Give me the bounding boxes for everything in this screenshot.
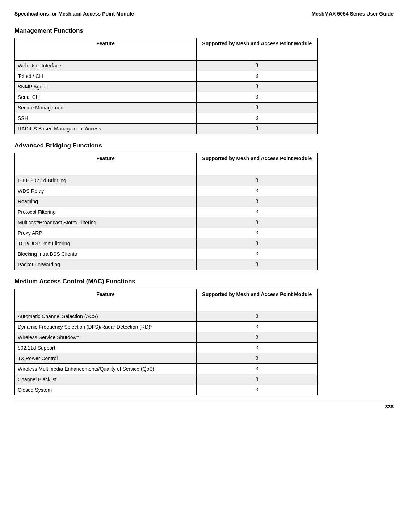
col-support: Supported by Mesh and Access Point Modul… <box>196 38 317 61</box>
table-row: Telnet / CLI3 <box>15 71 318 82</box>
table-row: Proxy ARP3 <box>15 228 318 238</box>
spec-table: FeatureSupported by Mesh and Access Poin… <box>14 38 318 134</box>
table-row: WDS Relay3 <box>15 186 318 196</box>
table-row: TCP/UDP Port Filtering3 <box>15 238 318 249</box>
cell-support: 3 <box>196 103 317 113</box>
cell-feature: RADIUS Based Management Access <box>15 124 197 134</box>
cell-support: 3 <box>196 61 317 71</box>
page-header: Specifications for Mesh and Access Point… <box>14 11 394 17</box>
table-row: TX Power Control3 <box>15 353 318 364</box>
col-feature: Feature <box>15 38 197 61</box>
cell-feature: Packet Forwarding <box>15 259 197 270</box>
spec-table: FeatureSupported by Mesh and Access Poin… <box>14 153 318 270</box>
header-rule <box>14 19 394 19</box>
table-row: Dynamic Frequency Selection (DFS)/Radar … <box>15 322 318 332</box>
cell-support: 3 <box>196 343 317 353</box>
cell-support: 3 <box>196 353 317 364</box>
table-row: Serial CLI3 <box>15 92 318 103</box>
table-row: RADIUS Based Management Access3 <box>15 124 318 134</box>
table-row: Secure Management3 <box>15 103 318 113</box>
header-left: Specifications for Mesh and Access Point… <box>14 11 134 17</box>
table-row: Wireless Multimedia Enhancements/Quality… <box>15 364 318 374</box>
cell-feature: Channel Blacklist <box>15 374 197 385</box>
cell-support: 3 <box>196 228 317 238</box>
cell-support: 3 <box>196 71 317 82</box>
cell-feature: TX Power Control <box>15 353 197 364</box>
cell-support: 3 <box>196 385 317 395</box>
col-support: Supported by Mesh and Access Point Modul… <box>196 153 317 175</box>
table-row: Wireless Service Shutdown3 <box>15 332 318 343</box>
cell-support: 3 <box>196 311 317 322</box>
page-number: 338 <box>14 404 394 410</box>
table-row: Protocol Filtering3 <box>15 207 318 217</box>
table-row: 802.11d Support3 <box>15 343 318 353</box>
cell-feature: Wireless Service Shutdown <box>15 332 197 343</box>
cell-feature: Protocol Filtering <box>15 207 197 217</box>
table-row: Packet Forwarding3 <box>15 259 318 270</box>
table-row: Closed System3 <box>15 385 318 395</box>
table-row: Multicast/Broadcast Storm Filtering3 <box>15 217 318 228</box>
table-row: Channel Blacklist3 <box>15 374 318 385</box>
col-feature: Feature <box>15 289 197 311</box>
cell-support: 3 <box>196 196 317 207</box>
cell-feature: IEEE 802.1d Bridging <box>15 175 197 186</box>
cell-support: 3 <box>196 332 317 343</box>
cell-feature: Blocking Intra BSS Clients <box>15 249 197 259</box>
col-support: Supported by Mesh and Access Point Modul… <box>196 289 317 311</box>
cell-feature: Roaming <box>15 196 197 207</box>
cell-feature: Proxy ARP <box>15 228 197 238</box>
section-title: Advanced Bridging Functions <box>14 142 394 149</box>
table-row: SNMP Agent3 <box>15 82 318 92</box>
cell-support: 3 <box>196 175 317 186</box>
cell-support: 3 <box>196 322 317 332</box>
cell-feature: WDS Relay <box>15 186 197 196</box>
section-title: Management Functions <box>14 27 394 34</box>
cell-feature: Wireless Multimedia Enhancements/Quality… <box>15 364 197 374</box>
table-row: SSH3 <box>15 113 318 124</box>
header-right: MeshMAX 5054 Series User Guide <box>312 11 394 17</box>
cell-support: 3 <box>196 259 317 270</box>
cell-support: 3 <box>196 92 317 103</box>
cell-feature: Telnet / CLI <box>15 71 197 82</box>
cell-support: 3 <box>196 82 317 92</box>
cell-support: 3 <box>196 374 317 385</box>
cell-feature: Secure Management <box>15 103 197 113</box>
table-row: IEEE 802.1d Bridging3 <box>15 175 318 186</box>
cell-feature: SNMP Agent <box>15 82 197 92</box>
table-row: Blocking Intra BSS Clients3 <box>15 249 318 259</box>
table-row: Web User Interface3 <box>15 61 318 71</box>
cell-feature: TCP/UDP Port Filtering <box>15 238 197 249</box>
section-title: Medium Access Control (MAC) Functions <box>14 278 394 285</box>
table-row: Automatic Channel Selection (ACS)3 <box>15 311 318 322</box>
cell-feature: 802.11d Support <box>15 343 197 353</box>
cell-support: 3 <box>196 238 317 249</box>
cell-feature: Dynamic Frequency Selection (DFS)/Radar … <box>15 322 197 332</box>
cell-support: 3 <box>196 124 317 134</box>
cell-feature: Web User Interface <box>15 61 197 71</box>
cell-feature: SSH <box>15 113 197 124</box>
cell-feature: Serial CLI <box>15 92 197 103</box>
content-area: Management FunctionsFeatureSupported by … <box>14 27 394 395</box>
cell-support: 3 <box>196 207 317 217</box>
table-row: Roaming3 <box>15 196 318 207</box>
cell-support: 3 <box>196 186 317 196</box>
cell-support: 3 <box>196 113 317 124</box>
spec-table: FeatureSupported by Mesh and Access Poin… <box>14 289 318 395</box>
cell-support: 3 <box>196 249 317 259</box>
cell-feature: Closed System <box>15 385 197 395</box>
cell-feature: Automatic Channel Selection (ACS) <box>15 311 197 322</box>
cell-feature: Multicast/Broadcast Storm Filtering <box>15 217 197 228</box>
cell-support: 3 <box>196 364 317 374</box>
col-feature: Feature <box>15 153 197 175</box>
footer-rule <box>14 402 394 402</box>
cell-support: 3 <box>196 217 317 228</box>
